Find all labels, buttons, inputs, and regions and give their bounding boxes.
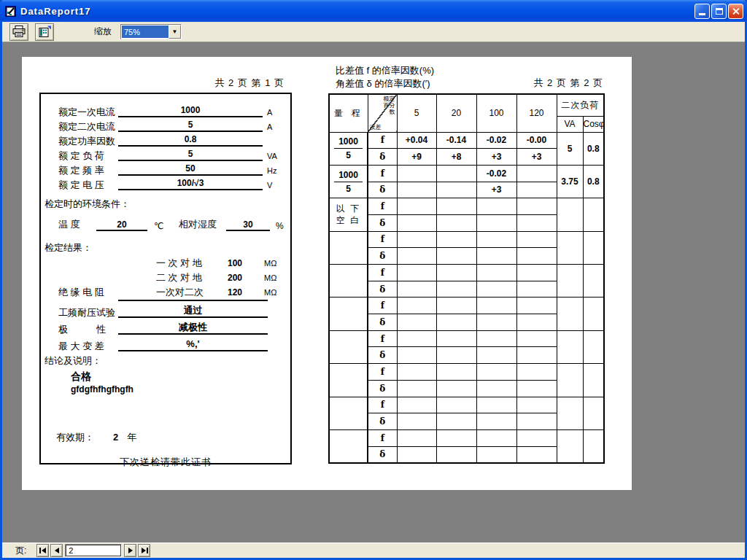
cos-value xyxy=(583,231,604,264)
range-inner: 以 下空 白 xyxy=(330,198,367,230)
range-cell xyxy=(329,298,368,330)
f-row-label: f xyxy=(368,231,397,248)
f-value xyxy=(516,429,557,446)
delta-value xyxy=(436,182,476,198)
close-button[interactable] xyxy=(728,4,743,19)
range-inner: 10005 xyxy=(330,133,367,165)
report-paper: 共 2 页 第 1 页 额定一次电流1000A额定二次电流5A额定功率因数0.8… xyxy=(22,57,632,490)
field-value: 5 xyxy=(118,120,263,132)
range-inner: 10005 xyxy=(330,166,367,198)
f-row-label: f xyxy=(368,429,397,446)
range-secondary: 5 xyxy=(346,182,351,195)
zoom-dropdown[interactable]: 75% ▼ xyxy=(120,24,182,39)
corner-bottom-label: 误差 xyxy=(370,123,382,131)
range-cell xyxy=(329,265,368,298)
title-bar[interactable]: DataReport17 xyxy=(0,0,747,22)
va-value: 3.75 xyxy=(557,165,583,198)
f-row-label: f xyxy=(368,198,397,215)
va-value: 5 xyxy=(557,132,583,165)
insulation-value: 120 xyxy=(214,287,255,298)
close-icon xyxy=(732,7,740,15)
f-row-label: f xyxy=(368,364,397,381)
range-cell: 以 下空 白 xyxy=(329,198,368,231)
temperature-unit: ℃ xyxy=(154,221,169,231)
export-button[interactable] xyxy=(35,23,54,41)
f-value xyxy=(476,397,516,413)
delta-value xyxy=(436,380,476,397)
delta-row-label: δ xyxy=(368,214,397,231)
insulation-block: 一 次 对 地100MΩ二 次 对 地200MΩ一次对二次120MΩ 绝 缘 电… xyxy=(41,256,290,300)
range-cell: 10005 xyxy=(329,132,368,165)
certificate-box: 额定一次电流1000A额定二次电流5A额定功率因数0.8额 定 负 荷5VA额 … xyxy=(39,93,292,464)
max-variation-value: %,' xyxy=(118,338,268,351)
delta-value xyxy=(397,281,436,298)
report-preview-area[interactable]: 共 2 页 第 1 页 额定一次电流1000A额定二次电流5A额定功率因数0.8… xyxy=(2,42,745,542)
delta-row-label: δ xyxy=(368,281,397,298)
delta-value xyxy=(516,182,557,198)
previous-page-button[interactable] xyxy=(50,544,63,557)
first-page-button[interactable] xyxy=(36,544,49,557)
last-page-icon xyxy=(141,548,148,553)
f-value xyxy=(476,364,516,381)
f-value xyxy=(476,265,516,281)
delta-value xyxy=(476,214,516,231)
field-unit: Hz xyxy=(267,166,276,176)
max-variation-row: 最 大 变 差 %,' xyxy=(41,335,290,351)
delta-value xyxy=(476,380,516,397)
f-value xyxy=(476,429,516,446)
polarity-value: 减极性 xyxy=(118,322,268,335)
page-number-input[interactable] xyxy=(65,544,122,557)
percent-header: 5 xyxy=(397,94,436,132)
percent-header: 120 xyxy=(516,94,557,132)
f-value xyxy=(397,198,436,215)
last-page-button[interactable] xyxy=(138,544,150,557)
delta-value xyxy=(397,314,436,331)
insulation-unit: MΩ xyxy=(264,273,276,282)
print-button[interactable] xyxy=(9,23,28,41)
rated-field-row: 额 定 负 荷5VA xyxy=(41,147,290,161)
range-cell xyxy=(329,330,368,363)
range-cell: 10005 xyxy=(329,165,368,198)
va-value xyxy=(557,265,583,298)
delta-value xyxy=(397,413,436,430)
cos-value xyxy=(583,265,604,298)
maximize-icon xyxy=(716,8,723,15)
withstand-value: 通过 xyxy=(118,305,268,318)
minimize-button[interactable] xyxy=(694,4,710,19)
f-value xyxy=(397,364,436,381)
va-value xyxy=(557,364,583,397)
delta-value xyxy=(516,413,557,430)
corner-top-label: 额定百分数 xyxy=(384,96,395,115)
f-row-label: f xyxy=(368,298,397,314)
f-value: -0.02 xyxy=(476,165,516,182)
field-value: 0.8 xyxy=(118,134,263,147)
f-row-label: f xyxy=(368,265,397,281)
chevron-down-icon[interactable]: ▼ xyxy=(169,25,181,39)
va-value xyxy=(557,298,583,330)
cos-value xyxy=(583,429,604,462)
field-unit: A xyxy=(267,107,272,117)
f-value xyxy=(516,265,557,281)
rated-field-row: 额定功率因数0.8 xyxy=(41,132,290,147)
delta-value xyxy=(476,446,516,463)
next-page-button[interactable] xyxy=(124,544,136,557)
maximize-button[interactable] xyxy=(711,4,727,19)
f-value xyxy=(476,198,516,215)
rated-field-row: 额 定 电 压100/√3V xyxy=(41,176,290,190)
range-cell xyxy=(329,397,368,429)
va-value xyxy=(557,429,583,462)
window-title: DataReport17 xyxy=(20,6,694,17)
f-row-label: f xyxy=(368,330,397,347)
delta-row-label: δ xyxy=(368,446,397,463)
f-value xyxy=(436,364,476,381)
humidity-value: 30 xyxy=(226,219,270,231)
f-value xyxy=(436,198,476,215)
delta-value: +9 xyxy=(397,149,436,166)
delta-row-label: δ xyxy=(368,182,397,198)
temperature-value: 20 xyxy=(96,219,147,231)
delta-row-label: δ xyxy=(368,347,397,364)
delta-row-label: δ xyxy=(368,314,397,331)
validity-label: 有效期： xyxy=(56,431,94,444)
va-value xyxy=(557,330,583,363)
f-row-label: f xyxy=(368,397,397,413)
